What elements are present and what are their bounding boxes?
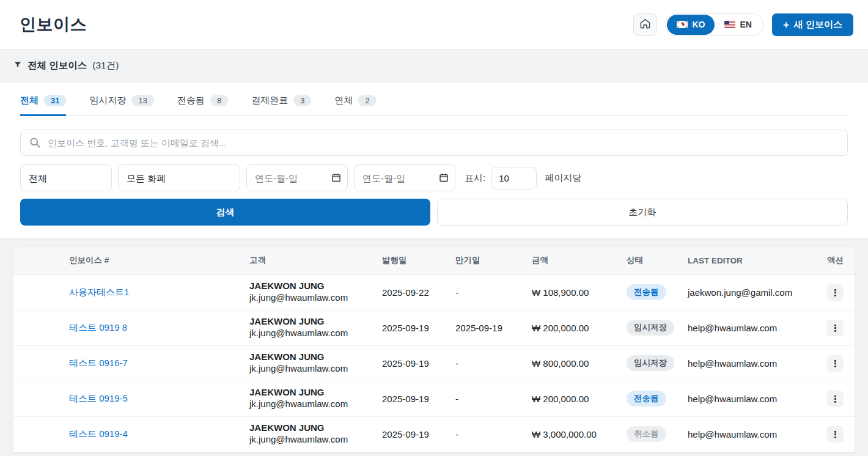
lang-en-label: EN [740, 20, 751, 29]
amount-cell: ₩ 800,000.00 [532, 345, 627, 381]
row-actions-button[interactable]: ⋮ [827, 320, 844, 336]
lang-ko-button[interactable]: KO [667, 15, 715, 35]
issue-date-cell: 2025-09-19 [382, 381, 455, 416]
table-row: 테스트 0919 8JAEKWON JUNGjk.jung@hwaumlaw.c… [13, 310, 855, 345]
row-actions-button[interactable]: ⋮ [827, 391, 844, 407]
tab-count-badge: 31 [44, 95, 66, 106]
page-header: 인보이스 KO [0, 0, 868, 49]
last-editor-cell: help@hwaumlaw.com [688, 345, 810, 381]
column-header: 금액 [532, 247, 627, 274]
lang-en-button[interactable]: EN [715, 15, 761, 35]
status-select[interactable]: 전체 [20, 164, 112, 191]
row-actions-button[interactable]: ⋮ [827, 355, 844, 372]
invoice-number-cell: 테스트 0916-7 [13, 345, 249, 381]
status-cell: 전송됨 [627, 274, 688, 310]
filter-summary-label: 전체 인보이스 [28, 59, 87, 72]
tab-status-1[interactable]: 임시저장13 [89, 95, 153, 116]
search-filter-panel: 전체31임시저장13전송됨8결제완료3연체2 전체 모든 화폐 [0, 83, 868, 238]
last-editor-cell: help@hwaumlaw.com [688, 381, 810, 416]
customer-email: jk.jung@hwaumlaw.com [249, 328, 377, 339]
per-page-suffix: 페이지당 [545, 172, 581, 184]
lang-ko-label: KO [692, 20, 705, 29]
search-button[interactable]: 검색 [20, 199, 430, 226]
tab-label: 연체 [334, 95, 353, 106]
status-badge: 전송됨 [627, 391, 666, 406]
table-row: 테스트 0919-4JAEKWON JUNGjk.jung@hwaumlaw.c… [13, 416, 855, 452]
date-from-wrap [246, 164, 348, 191]
new-invoice-button[interactable]: + 새 인보이스 [772, 13, 853, 36]
action-buttons-row: 검색 초기화 [20, 199, 848, 226]
customer-name: JAEKWON JUNG [249, 351, 377, 363]
us-flag-icon [724, 21, 735, 28]
reset-button[interactable]: 초기화 [437, 199, 848, 226]
status-badge: 취소됨 [627, 426, 666, 442]
invoice-link[interactable]: 사용자테스트1 [69, 287, 129, 297]
header-actions: KO EN + 새 인보이스 [633, 13, 853, 36]
amount-cell: ₩ 108,900.00 [532, 274, 627, 310]
invoice-link[interactable]: 테스트 0919 8 [69, 322, 127, 333]
search-icon [29, 136, 41, 151]
status-cell: 전송됨 [627, 381, 688, 416]
invoice-link[interactable]: 테스트 0919-4 [69, 428, 128, 439]
last-editor-cell: help@hwaumlaw.com [688, 416, 810, 452]
tab-label: 결제완료 [251, 95, 288, 106]
per-page-label: 표시: [465, 172, 485, 184]
issue-date-cell: 2025-09-19 [382, 416, 455, 452]
column-header: 만기일 [455, 247, 532, 274]
currency-select[interactable]: 모든 화폐 [118, 164, 240, 191]
customer-name: JAEKWON JUNG [249, 316, 377, 328]
calendar-icon[interactable] [439, 172, 449, 185]
filters-row: 전체 모든 화폐 표시: 페이지당 [20, 164, 848, 191]
tab-all[interactable]: 전체31 [20, 95, 66, 116]
invoice-table-card: 인보이스 #고객발행일만기일금액상태LAST EDITOR액션 사용자테스트1J… [13, 247, 855, 452]
actions-cell: ⋮ [810, 416, 855, 452]
tab-count-badge: 2 [358, 95, 376, 106]
tab-label: 임시저장 [89, 95, 126, 106]
invoice-link[interactable]: 테스트 0916-7 [69, 358, 128, 368]
tab-status-4[interactable]: 연체2 [334, 95, 376, 116]
due-date-cell: - [455, 416, 532, 452]
search-input[interactable] [20, 130, 848, 156]
language-toggle: KO EN [665, 13, 763, 36]
status-cell: 임시저장 [627, 310, 688, 345]
invoice-link[interactable]: 테스트 0919-5 [69, 393, 128, 403]
customer-cell: JAEKWON JUNGjk.jung@hwaumlaw.com [249, 345, 382, 381]
tab-status-3[interactable]: 결제완료3 [251, 95, 311, 116]
column-header: 고객 [249, 247, 382, 274]
invoice-number-cell: 테스트 0919-5 [13, 381, 249, 416]
table-row: 사용자테스트1JAEKWON JUNGjk.jung@hwaumlaw.com2… [13, 274, 855, 310]
per-page-input[interactable] [491, 167, 537, 189]
customer-name: JAEKWON JUNG [249, 387, 377, 399]
calendar-icon[interactable] [331, 172, 341, 185]
customer-cell: JAEKWON JUNGjk.jung@hwaumlaw.com [249, 310, 382, 345]
korea-flag-icon [677, 21, 688, 28]
filter-summary-bar: 전체 인보이스 (31건) [0, 49, 868, 83]
tab-count-badge: 3 [293, 95, 311, 106]
customer-cell: JAEKWON JUNGjk.jung@hwaumlaw.com [249, 381, 382, 416]
issue-date-cell: 2025-09-19 [382, 310, 455, 345]
table-row: 테스트 0919-5JAEKWON JUNGjk.jung@hwaumlaw.c… [13, 381, 855, 416]
issue-date-cell: 2025-09-22 [382, 274, 455, 310]
row-actions-button[interactable]: ⋮ [827, 426, 844, 443]
last-editor-cell: help@hwaumlaw.com [688, 310, 810, 345]
tab-status-2[interactable]: 전송됨8 [177, 95, 228, 116]
customer-email: jk.jung@hwaumlaw.com [249, 399, 377, 410]
home-button[interactable] [633, 13, 657, 36]
actions-cell: ⋮ [810, 274, 855, 310]
new-invoice-label: 새 인보이스 [794, 19, 842, 31]
tab-label: 전송됨 [177, 95, 205, 106]
table-header-row: 인보이스 #고객발행일만기일금액상태LAST EDITOR액션 [13, 247, 855, 274]
status-badge: 임시저장 [627, 320, 674, 336]
row-actions-button[interactable]: ⋮ [827, 284, 844, 301]
customer-cell: JAEKWON JUNGjk.jung@hwaumlaw.com [249, 416, 382, 452]
tab-label: 전체 [20, 95, 39, 106]
page-title: 인보이스 [20, 13, 87, 35]
column-header: 발행일 [382, 247, 455, 274]
status-badge: 전송됨 [627, 284, 666, 300]
tab-count-badge: 13 [131, 95, 153, 106]
invoice-number-cell: 테스트 0919-4 [13, 416, 249, 452]
status-cell: 임시저장 [627, 345, 688, 381]
invoice-table: 인보이스 #고객발행일만기일금액상태LAST EDITOR액션 사용자테스트1J… [13, 247, 855, 452]
actions-cell: ⋮ [810, 310, 855, 345]
due-date-cell: 2025-09-19 [455, 310, 532, 345]
